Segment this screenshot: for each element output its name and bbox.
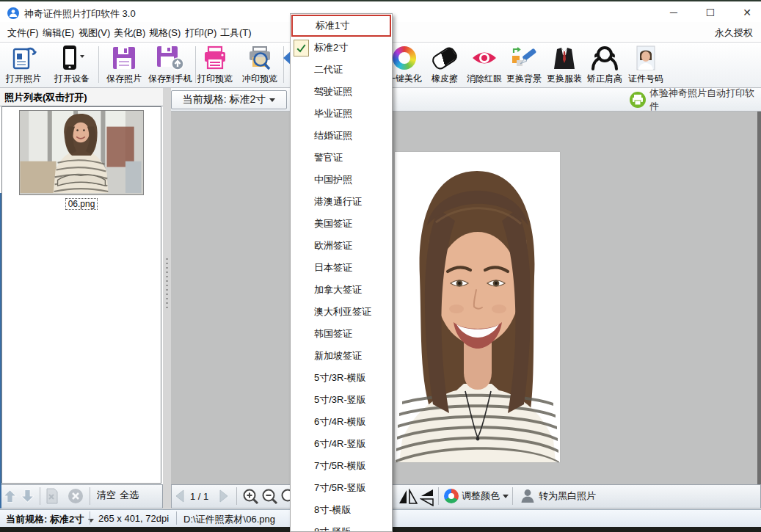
- splitter-grip: [166, 258, 168, 310]
- menu-file[interactable]: 文件(F): [7, 26, 39, 40]
- promo-printer-icon: [630, 92, 646, 108]
- rgb-color-icon: [444, 489, 459, 503]
- spec-menu-item[interactable]: 毕业证照: [291, 103, 391, 125]
- status-current-spec[interactable]: 当前规格: 标准2寸: [6, 513, 94, 526]
- checked-state-box: [294, 40, 309, 57]
- to-black-white-button[interactable]: 转为黑白照片: [520, 487, 596, 505]
- shoulders-icon: [581, 43, 628, 73]
- current-spec-label: 当前规格: 标准2寸: [183, 93, 266, 106]
- spec-menu-item[interactable]: 5寸/3R-竖版: [291, 389, 391, 411]
- move-down-button[interactable]: [21, 488, 34, 507]
- status-image-info: 265 x 401, 72dpi: [98, 513, 169, 524]
- check-icon: [296, 43, 307, 54]
- spec-menu-item[interactable]: 结婚证照: [291, 125, 391, 147]
- open-device-icon: [47, 43, 97, 73]
- promo-link[interactable]: 体验神奇照片自动打印软件: [630, 91, 761, 109]
- flip-horizontal-button[interactable]: [398, 489, 418, 508]
- spec-menu-item[interactable]: 中国护照: [291, 169, 391, 191]
- page-indicator: 1 / 1: [190, 491, 208, 502]
- promo-label: 体验神奇照片自动打印软件: [649, 87, 761, 113]
- spec-dropdown-menu: 标准1寸 标准2寸 二代证 驾驶证照 毕业证照 结婚证照 警官证 中国护照 港澳…: [290, 13, 393, 532]
- spec-menu-item[interactable]: 欧洲签证: [291, 235, 391, 257]
- separator: [236, 487, 237, 505]
- menu-tools[interactable]: 工具(T): [220, 26, 252, 40]
- id-number-button[interactable]: 证件号码: [622, 43, 669, 87]
- open-photo-icon: [0, 43, 47, 73]
- open-photo-button[interactable]: 打开照片: [0, 43, 47, 87]
- menu-view[interactable]: 视图(V): [79, 26, 110, 40]
- id-photo-icon: [622, 43, 669, 73]
- remove-photo-button[interactable]: [45, 488, 59, 507]
- status-file-path: D:\证件照素材\06.png: [183, 513, 275, 526]
- thumbnail-photo[interactable]: [19, 110, 144, 195]
- chevron-down-icon: [88, 519, 94, 522]
- spec-menu-item[interactable]: 6寸/4R-横版: [291, 411, 391, 433]
- spec-menu-item[interactable]: 驾驶证照: [291, 81, 391, 103]
- delete-all-button[interactable]: [68, 488, 84, 507]
- print-preview-button[interactable]: 打印预览: [192, 43, 239, 87]
- flip-vertical-button[interactable]: [420, 489, 434, 509]
- save-photo-icon: [101, 43, 148, 73]
- menu-spec[interactable]: 规格(S): [149, 26, 181, 40]
- separator: [512, 487, 513, 505]
- separator: [90, 511, 90, 525]
- window-left-border: [0, 193, 1, 509]
- adjust-color-button[interactable]: 调整颜色: [444, 487, 509, 505]
- current-spec-button[interactable]: 当前规格: 标准2寸: [171, 90, 287, 109]
- clear-button[interactable]: 清空: [97, 489, 116, 502]
- print-preview-icon: [192, 43, 239, 73]
- close-button[interactable]: ✕: [731, 3, 761, 22]
- spec-menu-item[interactable]: 6寸/4R-竖版: [291, 433, 391, 455]
- spec-menu-item[interactable]: 澳大利亚签证: [291, 301, 391, 323]
- menu-print[interactable]: 打印(P): [185, 26, 216, 40]
- toolbar-separator: [98, 46, 99, 83]
- move-up-button[interactable]: [3, 488, 17, 507]
- fix-shoulders-button[interactable]: 矫正肩高: [581, 43, 628, 87]
- spec-menu-item[interactable]: 7寸/5R-横版: [291, 455, 391, 477]
- open-device-button[interactable]: 打开设备: [47, 43, 97, 87]
- maximize-button[interactable]: ☐: [694, 3, 727, 22]
- app-logo-icon: [7, 7, 19, 19]
- next-page-button[interactable]: [217, 489, 230, 506]
- separator: [40, 487, 40, 505]
- spec-menu-item[interactable]: 7寸/5R-竖版: [291, 477, 391, 499]
- spec-menu-item[interactable]: 韩国签证: [291, 323, 391, 345]
- separator: [90, 487, 90, 505]
- person-icon: [520, 488, 536, 504]
- spec-menu-item[interactable]: 8寸-竖版: [291, 521, 391, 532]
- thumbnail-filename[interactable]: 06.png: [0, 197, 163, 210]
- select-all-button[interactable]: 全选: [120, 489, 139, 502]
- menu-edit[interactable]: 编辑(E): [43, 26, 74, 40]
- main-photo[interactable]: [395, 152, 560, 462]
- zoom-in-button[interactable]: [242, 488, 260, 509]
- menu-beautify[interactable]: 美化(B): [114, 26, 145, 40]
- photo-list-header: 照片列表(双击打开): [0, 88, 163, 106]
- spec-menu-item[interactable]: 日本签证: [291, 257, 391, 279]
- chevron-down-icon: [269, 98, 275, 102]
- save-photo-button[interactable]: 保存照片: [101, 43, 148, 87]
- separator: [438, 487, 439, 505]
- spec-menu-item[interactable]: 二代证: [291, 59, 391, 81]
- minimize-button[interactable]: ─: [658, 3, 690, 22]
- chevron-down-icon: [503, 495, 509, 498]
- spec-menu-item[interactable]: 5寸/3R-横版: [291, 367, 391, 389]
- save-to-phone-icon: [144, 43, 197, 73]
- prev-page-button[interactable]: [173, 489, 186, 506]
- spec-menu-item[interactable]: 警官证: [291, 147, 391, 169]
- zoom-out-button[interactable]: [261, 488, 279, 509]
- spec-menu-item[interactable]: 8寸-横版: [291, 499, 391, 521]
- separator: [176, 511, 177, 525]
- spec-menu-item[interactable]: 加拿大签证: [291, 279, 391, 301]
- save-to-phone-button[interactable]: 保存到手机: [144, 43, 197, 87]
- spec-menu-item-standard-1in[interactable]: 标准1寸: [291, 15, 391, 37]
- spec-menu-item[interactable]: 港澳通行证: [291, 191, 391, 213]
- window-title: 神奇证件照片打印软件 3.0: [24, 7, 136, 21]
- license-badge: 永久授权: [715, 26, 753, 40]
- spec-menu-item[interactable]: 新加坡签证: [291, 345, 391, 367]
- spec-menu-item[interactable]: 美国签证: [291, 213, 391, 235]
